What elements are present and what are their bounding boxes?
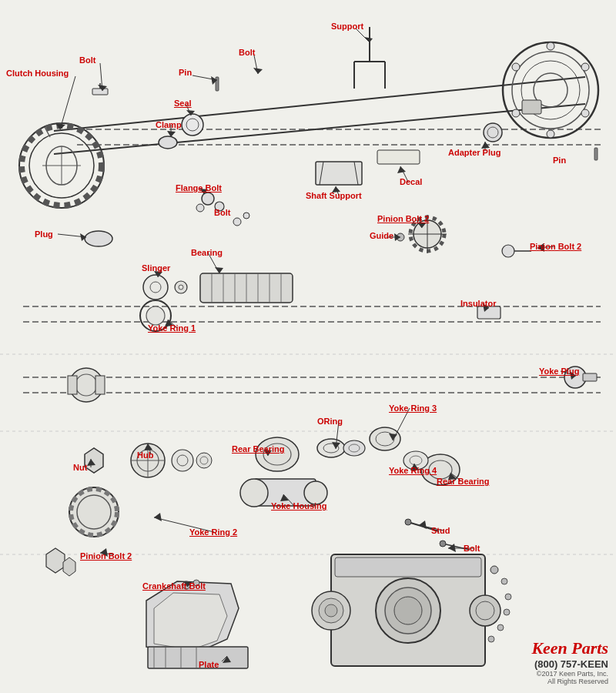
svg-rect-120 xyxy=(335,557,481,577)
label-adapter-plug: Adapter Plug xyxy=(448,148,500,157)
svg-rect-33 xyxy=(377,150,420,164)
svg-point-119 xyxy=(394,597,422,624)
label-plug: Plug xyxy=(35,229,53,239)
label-yoke-ring-1: Yoke Ring 1 xyxy=(148,323,196,333)
label-yoke-ring-2: Yoke Ring 2 xyxy=(189,527,237,537)
svg-point-111 xyxy=(405,519,411,525)
svg-point-60 xyxy=(175,281,187,293)
label-rear-bearing-1: Rear Bearing xyxy=(232,444,284,454)
svg-point-94 xyxy=(343,440,365,456)
svg-rect-46 xyxy=(522,100,541,114)
svg-point-45 xyxy=(512,63,520,71)
watermark: Keen Parts (800) 757-KEEN ©2017 Keen Par… xyxy=(531,638,608,685)
label-bearing: Bearing xyxy=(191,248,223,257)
label-decal: Decal xyxy=(400,177,422,186)
label-pinion-bolt-2b: Pinion Bolt 2 xyxy=(530,242,581,251)
svg-point-126 xyxy=(490,566,498,574)
label-clutch-housing: Clutch Housing xyxy=(6,69,69,78)
label-yoke-housing: Yoke Housing xyxy=(271,501,327,511)
label-yoke-ring-3: Yoke Ring 3 xyxy=(389,403,437,413)
svg-point-127 xyxy=(501,578,507,584)
svg-point-92 xyxy=(317,439,345,457)
label-rear-bearing-2: Rear Bearing xyxy=(437,477,489,486)
label-shaft-support: Shaft Support xyxy=(306,191,362,200)
label-crankshaft-bolt: Crankshaft Bolt xyxy=(142,581,206,591)
svg-rect-72 xyxy=(477,306,500,319)
svg-point-96 xyxy=(370,427,400,450)
svg-point-124 xyxy=(470,595,500,626)
label-flange-bolt: Flange Bolt xyxy=(176,183,222,192)
svg-point-48 xyxy=(85,231,112,246)
label-bolt-4: Bolt xyxy=(464,544,480,553)
svg-point-25 xyxy=(202,192,214,205)
label-slinger: Slinger xyxy=(142,263,170,273)
label-insulator: Insulator xyxy=(460,299,496,308)
label-yoke-ring-4: Yoke Ring 4 xyxy=(389,466,437,475)
svg-marker-81 xyxy=(85,448,103,473)
svg-rect-47 xyxy=(594,148,598,160)
svg-point-29 xyxy=(243,213,249,219)
label-yoke-plug: Yoke Plug xyxy=(539,367,579,376)
svg-point-23 xyxy=(159,136,177,149)
label-pinion-bolt-2c: Pinion Bolt 2 xyxy=(80,551,132,561)
label-nut: Nut xyxy=(73,463,87,472)
svg-rect-77 xyxy=(68,376,77,394)
svg-rect-78 xyxy=(95,376,105,394)
label-bolt-2: Bolt xyxy=(239,48,255,57)
label-bolt-3: Bolt xyxy=(214,208,230,217)
label-bolt-1: Bolt xyxy=(79,55,95,65)
svg-point-71 xyxy=(146,306,165,325)
copyright-line1: ©2017 Keen Parts, Inc. xyxy=(531,670,608,678)
svg-point-86 xyxy=(172,450,193,471)
svg-point-28 xyxy=(233,218,241,226)
svg-point-103 xyxy=(240,479,268,507)
label-stud: Stud xyxy=(431,526,450,535)
label-pin-1: Pin xyxy=(179,68,192,77)
svg-point-123 xyxy=(325,604,337,617)
label-hub: Hub xyxy=(137,450,153,460)
svg-point-131 xyxy=(488,636,494,642)
label-oring: ORing xyxy=(317,417,343,426)
phone-number: (800) 757-KEEN xyxy=(531,658,608,670)
svg-point-27 xyxy=(196,204,204,212)
label-support: Support xyxy=(331,22,363,31)
keen-parts-logo: Keen Parts xyxy=(531,638,608,658)
label-guide: Guide xyxy=(370,231,393,240)
svg-point-42 xyxy=(581,109,589,117)
label-seal: Seal xyxy=(174,99,192,108)
svg-rect-19 xyxy=(92,89,108,95)
svg-point-44 xyxy=(512,109,520,117)
label-clamp: Clamp xyxy=(156,120,182,129)
diagram-container: Clutch Housing Bolt Pin Bolt Support Sea… xyxy=(0,0,616,693)
svg-rect-24 xyxy=(216,77,219,91)
svg-point-113 xyxy=(440,541,446,547)
label-plate: Plate xyxy=(199,660,219,669)
svg-point-40 xyxy=(547,42,554,50)
svg-point-43 xyxy=(547,130,554,138)
label-pinion-bolt-2a: Pinion Bolt 2 xyxy=(377,214,429,223)
svg-rect-80 xyxy=(583,373,597,381)
svg-point-130 xyxy=(497,624,504,631)
label-pin-2: Pin xyxy=(553,156,566,165)
svg-point-129 xyxy=(504,609,510,615)
svg-point-34 xyxy=(484,123,502,142)
svg-point-41 xyxy=(581,63,589,71)
svg-point-128 xyxy=(505,594,511,600)
svg-rect-132 xyxy=(148,647,248,668)
parts-diagram-svg xyxy=(0,0,616,693)
svg-point-88 xyxy=(196,453,212,468)
copyright-line2: All Rights Reserved xyxy=(531,678,608,685)
svg-point-21 xyxy=(182,114,203,136)
svg-marker-109 xyxy=(63,557,75,576)
svg-point-58 xyxy=(143,275,168,300)
svg-point-54 xyxy=(502,245,514,257)
svg-point-90 xyxy=(256,437,299,471)
